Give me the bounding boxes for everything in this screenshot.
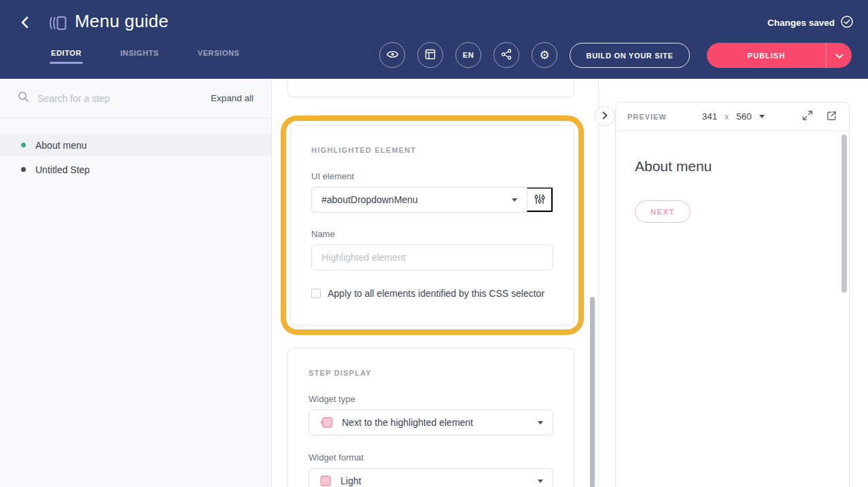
step-editor-panel: HIGHLIGHTED ELEMENT UI element #aboutDro… (272, 79, 599, 487)
widget-type-label: Widget type (309, 394, 553, 404)
page-title: Menu guide (75, 11, 169, 32)
layout-icon (425, 49, 436, 62)
preview-size-separator: x (725, 112, 729, 122)
build-on-your-site-button[interactable]: BUILD ON YOUR SITE (570, 43, 690, 68)
back-button[interactable] (16, 14, 34, 32)
language-label: EN (463, 51, 474, 59)
widget-type-select[interactable]: Next to the highlighted element (309, 410, 553, 435)
apply-to-all-checkbox-row[interactable]: Apply to all elements identified by this… (311, 288, 553, 299)
publish-split-button: PUBLISH (707, 43, 852, 68)
preview-step-title: About menu (635, 158, 830, 175)
preview-scrollbar-thumb[interactable] (841, 134, 847, 293)
check-circle-icon (840, 15, 854, 31)
ui-element-value: #aboutDropdownMenu (322, 194, 512, 205)
ui-element-label: UI element (311, 171, 553, 181)
expand-preview-button[interactable] (802, 110, 813, 124)
highlighted-element-name-input[interactable] (311, 245, 553, 270)
preview-header: PREVIEW 341 x 560 (616, 103, 849, 131)
share-button[interactable] (493, 42, 519, 68)
chevron-left-icon (20, 16, 31, 31)
steps-sidebar: Expand all About menu Untitled Step (0, 79, 272, 487)
search-icon (18, 91, 29, 105)
widget-format-icon (319, 474, 332, 487)
step-label: About menu (35, 140, 87, 151)
settings-button[interactable]: ⚙ (532, 42, 557, 68)
widget-format-value: Light (341, 475, 538, 486)
selector-settings-button[interactable] (527, 187, 553, 212)
changes-saved-status: Changes saved (767, 15, 854, 31)
chevron-right-icon (602, 111, 608, 122)
widget-format-label: Widget format (309, 452, 553, 463)
diagonal-arrows-icon (802, 110, 813, 123)
preview-size-dropdown[interactable]: 341 x 560 (702, 111, 765, 122)
external-link-icon (826, 110, 837, 124)
open-in-new-window-button[interactable] (826, 110, 837, 124)
ui-element-select-row: #aboutDropdownMenu (311, 187, 553, 213)
header-icon-buttons: EN ⚙ (379, 42, 557, 68)
editor-scrollbar-thumb[interactable] (590, 297, 595, 487)
tab-insights[interactable]: INSIGHTS (120, 49, 159, 64)
tooltip-bubble-icon (319, 415, 334, 430)
preview-title: PREVIEW (627, 113, 667, 121)
chevron-down-icon (759, 115, 765, 118)
search-step-input[interactable] (37, 93, 211, 104)
checkbox-unchecked[interactable] (311, 289, 321, 298)
top-header: Menu guide EDITOR INSIGHTS VERSIONS EN (0, 0, 868, 79)
section-title-step-display: STEP DISPLAY (309, 369, 553, 377)
preview-body: About menu NEXT (616, 131, 849, 242)
step-status-dot (21, 167, 26, 172)
expand-all-link[interactable]: Expand all (211, 93, 254, 103)
widget-format-select[interactable]: Light (309, 468, 553, 487)
step-display-card: STEP DISPLAY Widget type Next to the hig… (288, 348, 574, 487)
chevron-down-icon (538, 480, 543, 483)
tab-versions[interactable]: VERSIONS (198, 49, 240, 64)
layout-button[interactable] (417, 42, 443, 68)
step-search-row: Expand all (0, 79, 271, 118)
chevron-down-icon (538, 421, 543, 425)
eye-icon (386, 50, 399, 61)
preview-next-button[interactable]: NEXT (635, 200, 691, 223)
product-tour-logo-icon (48, 13, 68, 33)
widget-type-value: Next to the highlighted element (342, 417, 538, 428)
apply-to-all-label: Apply to all elements identified by this… (328, 288, 544, 299)
publish-dropdown-button[interactable] (827, 43, 852, 68)
language-button[interactable]: EN (455, 42, 481, 68)
preview-height-value: 560 (736, 111, 752, 122)
step-item-about-menu[interactable]: About menu (0, 134, 271, 156)
ui-element-select[interactable]: #aboutDropdownMenu (312, 187, 527, 212)
changes-saved-label: Changes saved (767, 18, 835, 28)
step-label: Untitled Step (35, 164, 90, 175)
preview-width-value: 341 (702, 111, 718, 122)
header-tabs: EDITOR INSIGHTS VERSIONS (51, 49, 278, 64)
app-window: Menu guide EDITOR INSIGHTS VERSIONS EN (0, 0, 868, 487)
name-label: Name (311, 229, 553, 239)
tab-editor[interactable]: EDITOR (51, 49, 82, 64)
chevron-down-icon (512, 198, 517, 202)
chevron-down-icon (835, 50, 844, 62)
step-item-untitled-step[interactable]: Untitled Step (0, 158, 271, 181)
section-title-highlighted-element: HIGHLIGHTED ELEMENT (311, 146, 553, 154)
sliders-icon (534, 193, 546, 207)
highlighted-card-outline: HIGHLIGHTED ELEMENT UI element #aboutDro… (281, 115, 584, 335)
publish-button[interactable]: PUBLISH (707, 43, 826, 68)
preview-panel: PREVIEW 341 x 560 (615, 102, 850, 487)
share-icon (501, 49, 512, 62)
gear-icon: ⚙ (539, 50, 549, 61)
steps-list: About menu Untitled Step (0, 134, 271, 181)
preview-eye-button[interactable] (379, 42, 405, 68)
highlighted-element-card: HIGHLIGHTED ELEMENT UI element #aboutDro… (290, 125, 574, 325)
preview-header-actions (802, 110, 837, 124)
step-status-dot (21, 143, 26, 147)
collapse-preview-button[interactable] (595, 106, 615, 126)
